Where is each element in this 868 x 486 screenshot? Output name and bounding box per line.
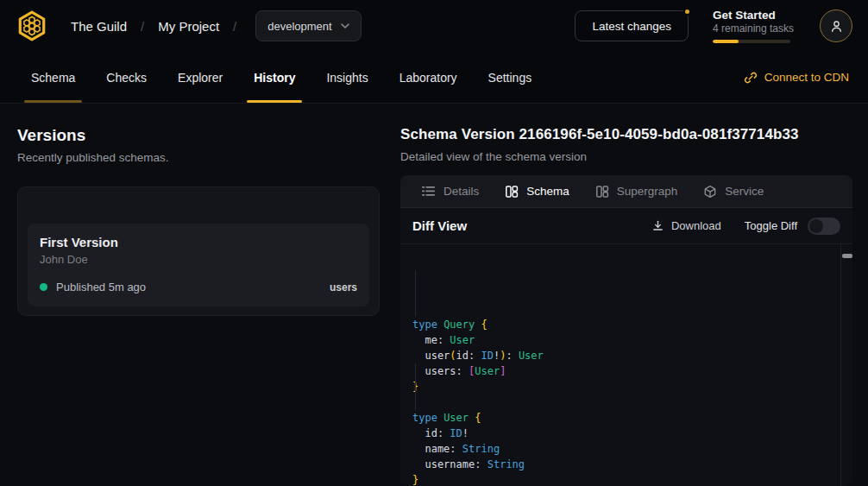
tab-label: Supergraph [617, 185, 678, 198]
breadcrumb: The Guild / My Project / development [71, 10, 362, 41]
versions-title: Versions [17, 126, 380, 145]
tab-checks[interactable]: Checks [94, 52, 159, 103]
code-line: type Query { [412, 317, 835, 332]
versions-subtitle: Recently published schemas. [17, 151, 380, 164]
diff-view-title: Diff View [412, 218, 467, 233]
user-icon [829, 19, 844, 34]
app-header: The Guild / My Project / development Lat… [0, 0, 868, 52]
code-line [412, 394, 835, 410]
schema-view-tab-service[interactable]: Service [691, 175, 776, 207]
get-started-remaining: 4 remaining tasks [713, 22, 796, 35]
target-select-value: development [267, 20, 331, 33]
hive-logo-icon[interactable] [16, 9, 48, 42]
main-content: Versions Recently published schemas. Fir… [0, 104, 868, 486]
get-started-progressbar [713, 40, 790, 43]
tab-laboratory[interactable]: Laboratory [387, 52, 469, 103]
code-line: name: String [412, 441, 835, 457]
columns-icon [505, 185, 519, 199]
code-line: } [412, 379, 835, 394]
breadcrumb-separator: / [141, 19, 144, 34]
breadcrumb-org[interactable]: The Guild [71, 19, 127, 34]
schema-version-title: Schema Version 2166196f-5e10-4059-bd0a-0… [400, 126, 852, 143]
get-started-widget[interactable]: Get Started 4 remaining tasks [713, 9, 796, 43]
toggle-diff-label: Toggle Diff [745, 219, 797, 232]
code-line: user(id: ID!): User [412, 348, 835, 363]
schema-view-tabs: DetailsSchemaSupergraphService [400, 175, 852, 208]
tab-label: Schema [526, 185, 569, 198]
code-line: } [412, 472, 835, 486]
get-started-progress-fill [713, 40, 739, 43]
code-line: users: [User] [412, 363, 835, 379]
tab-label: Details [443, 185, 479, 198]
schema-version-card: DetailsSchemaSupergraphService Diff View… [400, 175, 852, 486]
chevron-down-icon [341, 23, 349, 28]
notification-dot [683, 8, 691, 16]
get-started-title: Get Started [713, 9, 796, 22]
cube-icon [703, 185, 717, 199]
published-status-dot [40, 283, 47, 291]
tab-insights[interactable]: Insights [314, 52, 380, 103]
indent-guide [415, 270, 416, 317]
link-icon [744, 71, 758, 85]
code-line: username: String [412, 457, 835, 472]
connect-to-cdn-button[interactable]: Connect to CDN [744, 52, 849, 103]
schema-view-tab-supergraph[interactable]: Supergraph [583, 175, 690, 207]
latest-changes-button[interactable]: Latest changes [575, 10, 689, 41]
tab-schema[interactable]: Schema [19, 52, 87, 103]
indent-guide [415, 363, 416, 410]
toggle-knob [809, 219, 823, 233]
schema-view-tab-details[interactable]: Details [409, 175, 491, 207]
version-name: First Version [40, 235, 357, 249]
columns-icon [595, 185, 609, 199]
breadcrumb-project[interactable]: My Project [158, 19, 219, 34]
tab-settings[interactable]: Settings [476, 52, 544, 103]
tab-history[interactable]: History [242, 52, 307, 103]
code-line: id: ID! [412, 426, 835, 441]
download-icon [651, 219, 664, 232]
tab-label: Service [725, 185, 764, 198]
primary-nav: SchemaChecksExplorerHistoryInsightsLabor… [0, 52, 868, 104]
schema-version-panel: Schema Version 2166196f-5e10-4059-bd0a-0… [393, 104, 868, 486]
code-line: me: User [412, 332, 835, 348]
target-select[interactable]: development [255, 10, 361, 41]
user-menu-button[interactable] [820, 9, 852, 42]
schema-sdl-code: type Query { me: User user(id: ID!): Use… [400, 244, 852, 486]
code-scrollbar-thumb[interactable] [842, 254, 852, 258]
list-icon [421, 185, 436, 198]
version-status: Published 5m ago [56, 281, 146, 293]
code-line: type User { [412, 410, 835, 426]
versions-panel: Versions Recently published schemas. Fir… [0, 104, 393, 486]
download-button[interactable]: Download [651, 219, 721, 232]
schema-version-subtitle: Detailed view of the schema version [400, 150, 852, 163]
versions-list: First Version John Doe Published 5m ago … [17, 186, 380, 316]
version-author: John Doe [40, 253, 357, 266]
breadcrumb-separator: / [233, 19, 236, 34]
version-list-item[interactable]: First Version John Doe Published 5m ago … [28, 224, 369, 306]
diff-view-header: Diff View Download Toggle Diff [400, 208, 852, 244]
toggle-diff-switch[interactable] [808, 218, 840, 235]
service-badge: users [330, 281, 357, 293]
code-scrollbar [840, 244, 852, 486]
primary-tabs: SchemaChecksExplorerHistoryInsightsLabor… [19, 52, 544, 103]
tab-explorer[interactable]: Explorer [166, 52, 235, 103]
schema-view-tab-schema[interactable]: Schema [493, 175, 582, 207]
